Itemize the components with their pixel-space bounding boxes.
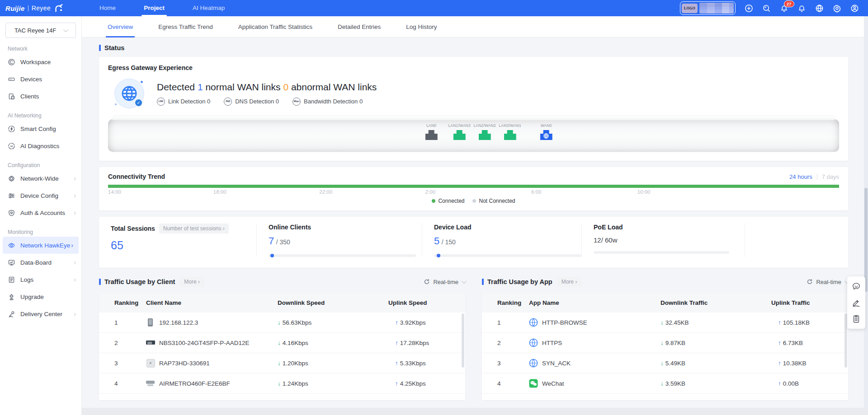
poe-load-value: 12/ 60w bbox=[594, 236, 745, 244]
notification-count-badge: 27 bbox=[784, 0, 794, 7]
sidebar-item-devices[interactable]: Devices bbox=[0, 70, 81, 88]
port-wan0[interactable]: WAN0 bbox=[533, 123, 559, 140]
brand-logo[interactable]: Ruijie Reyee bbox=[0, 3, 71, 13]
tick-label: 2:00 bbox=[425, 189, 435, 195]
dns-detection-item[interactable]: DNS DNS Detection 0 bbox=[224, 98, 279, 106]
tick-label: 14:00 bbox=[108, 189, 121, 195]
total-sessions-value: 65 bbox=[111, 239, 256, 252]
port-lan3-wan1[interactable]: LAN3/WAN1 bbox=[497, 123, 523, 140]
search-button[interactable] bbox=[762, 4, 771, 13]
language-button[interactable] bbox=[815, 4, 824, 13]
section-accent-bar bbox=[99, 45, 101, 51]
sidebar-item-delivery-center[interactable]: Delivery Center bbox=[0, 305, 81, 322]
lan-port-icon bbox=[479, 130, 491, 140]
sidebar-item-workspace[interactable]: Workspace bbox=[0, 53, 81, 70]
sidebar-item-label: Delivery Center bbox=[20, 311, 62, 317]
table-row[interactable]: 1 HTTP-BROWSE 32.45KB 105.18KB bbox=[482, 312, 848, 333]
project-selector[interactable]: TAC Reyee 14F bbox=[5, 23, 76, 38]
alarms-button[interactable] bbox=[797, 4, 806, 13]
chevron-right-icon bbox=[74, 175, 76, 182]
table-row[interactable]: 4 WeChat 3.59KB 0.00B bbox=[482, 373, 848, 394]
client-realtime-dropdown[interactable]: Real-time bbox=[424, 279, 465, 285]
sidebar-item-network-hawkeye[interactable]: Network HawkEye bbox=[3, 237, 79, 254]
sidebar-item-clients[interactable]: Clients bbox=[0, 88, 81, 105]
traffic-by-app-section: Traffic Usage by App More Real-time Rank… bbox=[482, 277, 848, 400]
smart-config-icon bbox=[8, 125, 15, 133]
app-more-button[interactable]: More bbox=[557, 277, 582, 287]
table-row[interactable]: 4 AIRMETRO460F-E2E6BF 1.24Kbps 4.25Kbps bbox=[99, 373, 465, 394]
support-chat-icon[interactable] bbox=[852, 282, 861, 291]
sidebar-item-network-wide[interactable]: Network-Wide bbox=[0, 170, 81, 187]
search-icon bbox=[762, 4, 771, 13]
scrollbar-thumb[interactable] bbox=[864, 188, 868, 292]
range-7-days[interactable]: 7 days bbox=[822, 173, 839, 180]
nav-ai-heatmap[interactable]: AI Heatmap bbox=[179, 0, 239, 16]
feedback-pen-icon[interactable] bbox=[852, 298, 861, 307]
tab-log-history[interactable]: Log History bbox=[406, 16, 437, 37]
chevron-right-icon bbox=[74, 210, 76, 216]
vertical-scrollbar[interactable] bbox=[864, 16, 868, 415]
nav-project[interactable]: Project bbox=[130, 0, 179, 16]
down-arrow-icon bbox=[660, 360, 665, 367]
page-content: Status Egress Gateway Experience ✓ Detec… bbox=[82, 37, 868, 415]
sidebar-item-auth-accounts[interactable]: Auth & Accounts bbox=[0, 204, 81, 221]
total-sessions-stat: Total Sessions Number of test sessions 6… bbox=[99, 224, 256, 257]
port-lan2-wan2[interactable]: LAN2/WAN2 bbox=[472, 123, 497, 140]
client-name: RAP73HD-330691 bbox=[159, 360, 210, 367]
port-lan0[interactable]: LAN0 bbox=[419, 123, 444, 140]
chevron-down-icon bbox=[63, 27, 68, 32]
org-account-chip[interactable]: LOGO bbox=[680, 1, 736, 15]
test-sessions-badge[interactable]: Number of test sessions bbox=[159, 224, 229, 233]
reyee-mascot-icon bbox=[54, 3, 64, 13]
total-sessions-label: Total Sessions bbox=[111, 225, 155, 232]
sidebar-item-data-board[interactable]: Data-Board bbox=[0, 254, 81, 271]
sidebar-item-label: Upgrade bbox=[20, 294, 44, 300]
table-row[interactable]: 3 RAP73HD-330691 1.20Kbps 5.33Kbps bbox=[99, 353, 465, 373]
dns-detection-icon: DNS bbox=[224, 98, 232, 106]
main-panel: Overview Egress Traffic Trend Applicatio… bbox=[82, 16, 868, 415]
table-scrollbar[interactable] bbox=[462, 313, 464, 368]
logo-badge: LOGO bbox=[682, 4, 698, 13]
horizontal-scrollbar[interactable] bbox=[82, 408, 868, 415]
sidebar-item-logs[interactable]: Logs bbox=[0, 271, 81, 288]
add-project-button[interactable] bbox=[744, 4, 753, 13]
table-row[interactable]: 3 SYN_ACK 5.49KB 10.38KB bbox=[482, 353, 848, 373]
down-arrow-icon bbox=[278, 319, 283, 326]
settings-button[interactable] bbox=[832, 4, 841, 13]
tab-application-traffic-statistics[interactable]: Application Traffic Statistics bbox=[238, 16, 312, 37]
nav-home[interactable]: Home bbox=[85, 0, 130, 16]
table-row[interactable]: 2 HTTPS 9.87KB 6.73KB bbox=[482, 333, 848, 353]
port-lan1-wan3[interactable]: LAN1/WAN3 bbox=[447, 123, 472, 140]
app-realtime-dropdown[interactable]: Real-time bbox=[807, 279, 848, 285]
tick-label: 6:00 bbox=[531, 189, 541, 195]
sidebar-item-label: AI Diagnostics bbox=[20, 143, 59, 149]
range-24-hours[interactable]: 24 hours bbox=[789, 173, 812, 180]
table-row[interactable]: 1 192.168.122.3 56.63Kbps 3.92Kbps bbox=[99, 312, 465, 333]
tab-detailed-entries[interactable]: Detailed Entries bbox=[338, 16, 381, 37]
connectivity-timeline-bar[interactable] bbox=[108, 185, 839, 188]
survey-clipboard-icon[interactable] bbox=[852, 314, 861, 323]
language-globe-icon bbox=[815, 4, 824, 13]
sidebar-item-device-config[interactable]: Device Config bbox=[0, 187, 81, 204]
account-icon bbox=[850, 4, 859, 13]
chevron-right-icon bbox=[74, 259, 76, 266]
poe-load-label: PoE Load bbox=[594, 224, 745, 231]
link-detection-item[interactable]: LINK Link Detection 0 bbox=[157, 98, 210, 106]
sidebar-item-ai-diagnostics[interactable]: AI AI Diagnostics bbox=[0, 137, 81, 154]
sidebar-item-upgrade[interactable]: Upgrade bbox=[0, 288, 81, 305]
account-button[interactable] bbox=[850, 4, 859, 13]
tab-egress-traffic-trend[interactable]: Egress Traffic Trend bbox=[158, 16, 213, 37]
bandwidth-detection-item[interactable]: Mbps Bandwidth Detection 0 bbox=[292, 98, 363, 106]
app-name: HTTP-BROWSE bbox=[542, 319, 587, 326]
up-arrow-icon bbox=[778, 319, 783, 326]
sidebar-section-network: Network bbox=[8, 46, 81, 52]
sidebar-item-smart-config[interactable]: Smart Config bbox=[0, 120, 81, 137]
chevron-right-icon bbox=[71, 242, 73, 248]
notifications-button[interactable]: 27 bbox=[779, 4, 788, 13]
online-clients-value: 7 bbox=[269, 235, 274, 247]
client-more-button[interactable]: More bbox=[179, 277, 204, 287]
device-load-progress bbox=[434, 254, 581, 257]
top-navbar: Ruijie Reyee Home Project AI Heatmap LOG… bbox=[0, 0, 868, 16]
table-row[interactable]: 2 NBS3100-24GT4SFP-P-AAD12E 4.16Kbps 17.… bbox=[99, 333, 465, 353]
tab-overview[interactable]: Overview bbox=[108, 16, 133, 37]
